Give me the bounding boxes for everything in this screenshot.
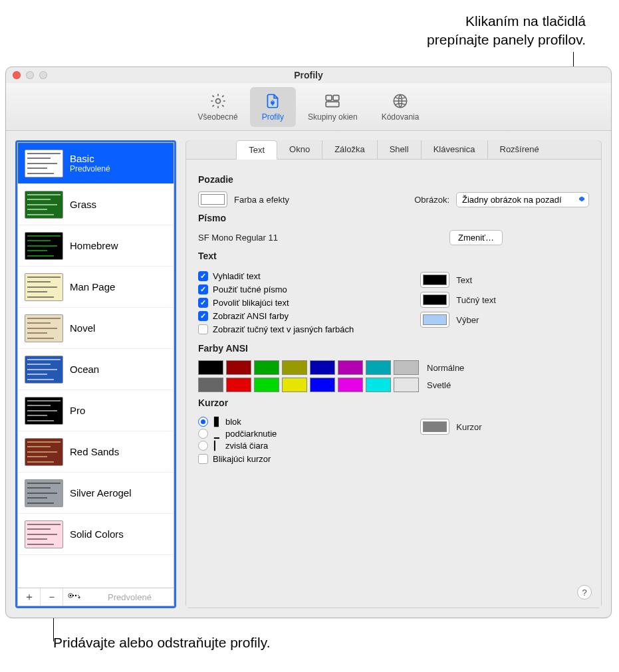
globe-icon [391, 92, 410, 110]
profile-thumbnail [25, 356, 63, 384]
set-default-button[interactable]: Predvolené [86, 588, 174, 606]
cursor-option-label: podčiarknutie [225, 429, 277, 439]
toolbar-label: Všeobecné [198, 112, 238, 122]
ansi-bright-swatch-3[interactable] [282, 378, 307, 392]
titlebar: Profily [6, 67, 611, 83]
ansi-normal-row: Normálne [198, 360, 589, 375]
profile-item-ocean[interactable]: Ocean [18, 349, 174, 390]
change-font-button[interactable]: Zmeniť… [449, 230, 503, 245]
profile-thumbnail [25, 314, 63, 342]
cursor-option-label: blok [225, 417, 241, 427]
profile-name: Homebrew [70, 240, 118, 251]
window-group-icon [323, 92, 342, 110]
toolbar-všeobecné[interactable]: Všeobecné [186, 87, 250, 127]
ansi-normal-swatch-6[interactable] [366, 360, 391, 375]
profile-thumbnail [25, 397, 63, 425]
background-image-select[interactable]: Žiadny obrázok na pozadí [456, 192, 589, 207]
tab-text[interactable]: Text [236, 140, 277, 160]
sidebar-footer: ＋ － Predvolené [17, 588, 174, 606]
background-image-label: Obrázok: [414, 195, 449, 205]
remove-profile-button[interactable]: － [41, 588, 63, 606]
cursor-radio-0[interactable]: ▉blok [198, 417, 400, 427]
profile-item-solid-colors[interactable]: Solid Colors [18, 514, 174, 555]
ansi-bright-swatch-5[interactable] [338, 378, 363, 392]
help-button[interactable]: ? [577, 585, 592, 600]
ansi-bright-swatch-4[interactable] [310, 378, 335, 392]
profile-thumbnail [25, 191, 63, 219]
background-color-well[interactable] [198, 191, 227, 207]
radio-icon [198, 429, 208, 439]
profile-name: Ocean [70, 364, 99, 375]
cursor-radio-2[interactable]: ▎zvislá čiara [198, 441, 400, 451]
svg-point-6 [70, 595, 71, 596]
profile-item-basic[interactable]: BasicPredvolené [18, 143, 174, 184]
section-cursor-title: Kurzor [198, 397, 589, 408]
tab-rozšírené[interactable]: Rozšírené [488, 140, 551, 159]
text-color-well-0[interactable] [420, 272, 449, 288]
checkbox-label: Použiť tučné písmo [213, 284, 287, 294]
profile-thumbnail [25, 479, 63, 507]
ansi-bright-swatch-1[interactable] [226, 378, 251, 392]
profile-item-pro[interactable]: Pro [18, 390, 174, 431]
text-checkbox-0[interactable]: Vyhladiť text [198, 271, 400, 281]
profile-item-red-sands[interactable]: Red Sands [18, 431, 174, 473]
color-effects-label: Farba a efekty [234, 195, 289, 205]
profile-item-homebrew[interactable]: Homebrew [18, 225, 174, 267]
text-checkbox-3[interactable]: Zobraziť ANSI farby [198, 311, 400, 321]
profile-name: Silver Aerogel [70, 487, 132, 499]
text-color-label: Tučný text [456, 295, 495, 305]
toolbar-skupiny okien[interactable]: Skupiny okien [296, 87, 370, 127]
checkbox-icon [198, 311, 208, 321]
text-checkbox-1[interactable]: Použiť tučné písmo [198, 284, 400, 294]
ansi-normal-swatch-4[interactable] [310, 360, 335, 375]
ansi-bright-swatch-2[interactable] [254, 378, 279, 392]
cursor-glyph-icon: ▁ [213, 429, 221, 439]
profile-item-novel[interactable]: Novel [18, 308, 174, 349]
text-checkbox-2[interactable]: Povoliť blikajúci text [198, 298, 400, 308]
profile-name: Pro [70, 405, 85, 416]
ansi-bright-swatch-0[interactable] [198, 378, 223, 392]
callout-top-text: Klikaním na tlačidlá prepínajte panely p… [0, 12, 586, 50]
callout-bottom-text: Pridávajte alebo odstraňujte profily. [53, 635, 270, 651]
ansi-bright-swatch-7[interactable] [394, 378, 419, 392]
section-background-title: Pozadie [198, 174, 589, 185]
ansi-normal-swatch-5[interactable] [338, 360, 363, 375]
profile-subtitle: Predvolené [70, 164, 110, 173]
ansi-normal-swatch-0[interactable] [198, 360, 223, 375]
toolbar-kódovania[interactable]: Kódovania [370, 87, 432, 127]
profile-actions-menu[interactable] [63, 588, 86, 606]
tab-záložka[interactable]: Záložka [322, 140, 378, 159]
svg-point-8 [75, 595, 76, 596]
ansi-normal-swatch-1[interactable] [226, 360, 251, 375]
window-title: Profily [6, 70, 611, 80]
add-profile-button[interactable]: ＋ [18, 588, 41, 606]
ansi-bright-label: Svetlé [427, 380, 451, 390]
preferences-toolbar: VšeobecnéProfilySkupiny okienKódovania [6, 83, 611, 131]
tab-klávesnica[interactable]: Klávesnica [422, 140, 488, 159]
ansi-normal-swatch-7[interactable] [394, 360, 419, 375]
tab-shell[interactable]: Shell [378, 140, 422, 159]
profile-item-grass[interactable]: Grass [18, 184, 174, 225]
cursor-glyph-icon: ▎ [213, 441, 221, 451]
profile-name: Grass [70, 199, 96, 210]
cursor-color-well[interactable] [420, 419, 449, 435]
text-color-well-1[interactable] [420, 292, 449, 308]
checkbox-icon [198, 271, 208, 281]
tab-okno[interactable]: Okno [277, 140, 322, 159]
ansi-bright-swatch-6[interactable] [366, 378, 391, 392]
text-color-well-2[interactable] [420, 312, 449, 328]
checkbox-icon [198, 324, 208, 334]
ansi-normal-swatch-3[interactable] [282, 360, 307, 375]
profile-list[interactable]: BasicPredvolenéGrassHomebrewMan PageNove… [17, 142, 174, 588]
blink-cursor-checkbox[interactable]: Blikajúci kurzor [198, 454, 400, 464]
profile-name: Man Page [70, 281, 115, 292]
toolbar-profily[interactable]: Profily [250, 87, 296, 127]
blink-cursor-label: Blikajúci kurzor [213, 454, 271, 464]
text-tab-pane: Pozadie Farba a efekty Obrázok: Žiadny o… [186, 160, 601, 608]
ansi-normal-swatch-2[interactable] [254, 360, 279, 375]
profile-sidebar: BasicPredvolenéGrassHomebrewMan PageNove… [15, 140, 176, 608]
cursor-radio-1[interactable]: ▁podčiarknutie [198, 429, 400, 439]
text-checkbox-4[interactable]: Zobraziť tučný text v jasných farbách [198, 324, 400, 334]
profile-item-man-page[interactable]: Man Page [18, 267, 174, 308]
profile-item-silver-aerogel[interactable]: Silver Aerogel [18, 473, 174, 514]
